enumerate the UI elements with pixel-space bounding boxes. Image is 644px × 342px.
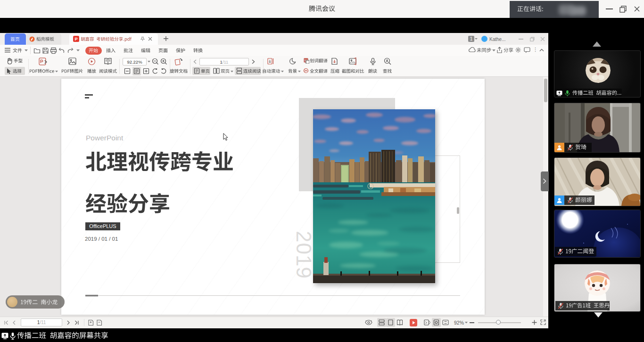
svg-text:P: P bbox=[74, 37, 77, 41]
